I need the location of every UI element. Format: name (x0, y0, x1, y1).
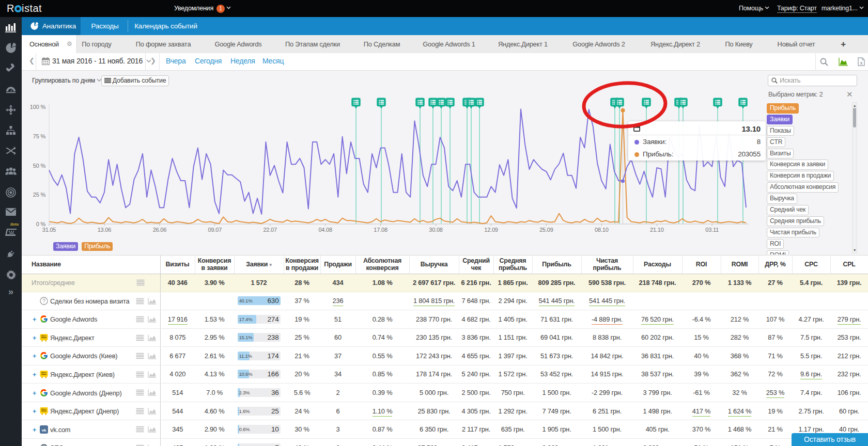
svg-text:100 %: 100 % (30, 104, 46, 110)
svg-text:12.09: 12.09 (484, 227, 498, 233)
svg-text:13.06: 13.06 (98, 227, 112, 233)
svg-text:25 %: 25 % (33, 192, 46, 198)
svg-text:30.08: 30.08 (429, 227, 443, 233)
svg-text:08.10: 08.10 (595, 227, 609, 233)
svg-text:03.11: 03.11 (705, 227, 719, 233)
svg-text:17.08: 17.08 (374, 227, 388, 233)
svg-text:25.09: 25.09 (539, 227, 553, 233)
svg-text:50 %: 50 % (33, 163, 46, 169)
svg-text:21.10: 21.10 (650, 227, 664, 233)
svg-text:x: x (860, 60, 863, 66)
svg-text:09.07: 09.07 (208, 227, 222, 233)
svg-text:?: ? (42, 298, 45, 304)
svg-text:22.07: 22.07 (263, 227, 277, 233)
svg-text:75 %: 75 % (33, 133, 46, 139)
svg-text:vk: vk (42, 427, 47, 432)
svg-text:26.06: 26.06 (153, 227, 167, 233)
svg-text:04.08: 04.08 (318, 227, 332, 233)
svg-text:31.05: 31.05 (42, 227, 56, 233)
